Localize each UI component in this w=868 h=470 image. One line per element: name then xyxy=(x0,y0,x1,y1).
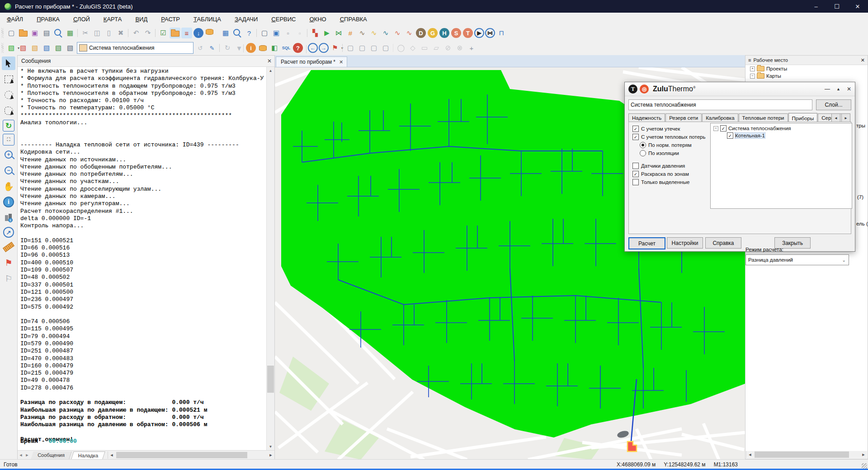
draw-rect[interactable]: ▭ xyxy=(419,42,430,53)
thematic-blocks[interactable]: ▚ xyxy=(310,28,321,38)
select-circle-tool[interactable] xyxy=(2,88,15,102)
dialog-button[interactable]: Расчет xyxy=(628,237,665,249)
messages-bottom-tab[interactable]: Сообщения xyxy=(31,451,71,459)
pan-hand-icon[interactable]: ✋ xyxy=(2,179,15,193)
tabs-left-icon[interactable]: ◄ xyxy=(18,453,24,457)
bookmarks[interactable]: ⚑ xyxy=(330,42,340,53)
tree-expander-icon[interactable]: + xyxy=(750,66,755,71)
console-vertical-scrollbar[interactable]: ▲ ▼ xyxy=(266,67,274,450)
calc-mode-dropdown[interactable]: Разница давлений ⌄ xyxy=(745,254,849,265)
workspace-tree-item[interactable]: + Проекты xyxy=(745,65,868,72)
report-template-4[interactable]: ▢ xyxy=(380,42,391,53)
map-remove-layer[interactable]: ▧ xyxy=(18,42,28,53)
menu-item[interactable]: КАРТА xyxy=(97,14,129,25)
tree-checkbox-icon[interactable] xyxy=(727,132,733,139)
menu-item[interactable]: ЗАДАЧИ xyxy=(228,14,264,25)
dialog-tab[interactable]: Надежность xyxy=(628,113,665,122)
source-tree-row[interactable]: − Система теплоснабжения xyxy=(711,125,852,132)
piezo-graph-t[interactable]: ∿ xyxy=(392,28,403,38)
map-close[interactable]: ▧ xyxy=(65,42,75,53)
flag-clear-icon[interactable]: ⚐ xyxy=(2,272,15,285)
workspace-tree-item[interactable]: − Карты xyxy=(745,72,868,80)
draw-parallelogram[interactable]: ▱ xyxy=(431,42,442,53)
map-properties[interactable]: ▧ xyxy=(29,42,40,53)
mode-d[interactable]: D xyxy=(416,28,426,38)
messages-close-icon[interactable]: ✕ xyxy=(267,58,272,64)
checkbox-icon[interactable] xyxy=(632,163,639,169)
report-template-1[interactable]: ▢ xyxy=(345,42,356,53)
mode-s[interactable]: S xyxy=(451,28,461,38)
network-name-field[interactable]: Система теплоснабжения xyxy=(628,99,812,110)
open-folder[interactable] xyxy=(18,28,28,38)
add-map[interactable]: ↓ xyxy=(193,28,203,38)
tree-expander-icon[interactable]: − xyxy=(750,74,755,79)
print-composer[interactable]: ▣ xyxy=(271,28,282,38)
zoom-extents-icon[interactable]: ⛶ xyxy=(3,134,14,146)
combo-edit-style[interactable]: ✎ xyxy=(207,42,217,53)
window-minimize-button[interactable]: – xyxy=(806,0,826,13)
scroll-thumb[interactable] xyxy=(267,366,274,393)
tree-expander-icon[interactable]: − xyxy=(713,126,718,131)
dialog-titlebar[interactable]: T ◎ ZuluThermo® — ▲ ✕ xyxy=(625,82,855,96)
measure-ruler-icon[interactable] xyxy=(2,240,15,254)
valve-tool[interactable]: ⋈ xyxy=(333,28,344,38)
tree-expander-icon[interactable] xyxy=(724,133,725,138)
draw-circle-cut[interactable]: ⊘ xyxy=(443,42,453,53)
calculation-console[interactable]: * Не включать в расчет тупики без нагруз… xyxy=(18,67,274,450)
nav-forward[interactable]: → xyxy=(319,43,329,53)
combo-undo[interactable]: ↺ xyxy=(195,42,206,53)
print-preview[interactable] xyxy=(53,28,64,38)
refresh-map-icon[interactable]: ↻ xyxy=(3,120,14,132)
scroll-thumb[interactable] xyxy=(116,452,247,458)
dialog-button[interactable]: Справка xyxy=(705,237,741,249)
database[interactable] xyxy=(257,42,268,53)
messages-bottom-tab[interactable]: Наладка xyxy=(71,451,105,459)
scroll-up-icon[interactable]: ▲ xyxy=(267,67,274,74)
workspace-horizontal-scrollbar[interactable]: ◄ ► xyxy=(746,451,867,458)
cut[interactable]: ✂ xyxy=(80,28,91,38)
refresh-query[interactable]: ↻ xyxy=(222,42,233,53)
menu-item[interactable]: СПРАВКА xyxy=(333,14,374,25)
mode-h[interactable]: H xyxy=(439,28,449,38)
goto-icon[interactable]: ↗ xyxy=(3,227,14,238)
sources-tree[interactable]: − Система теплоснабжения Котельная-1 xyxy=(710,123,852,209)
workspace-close-icon[interactable]: ✕ xyxy=(861,57,865,63)
select-rect-tool[interactable] xyxy=(2,72,15,86)
query-builder[interactable]: ? xyxy=(293,43,303,53)
print-map[interactable]: ▢ xyxy=(259,28,270,38)
legend-panel[interactable]: ≡ xyxy=(181,28,192,38)
tab-scroll-left-icon[interactable]: ◄ xyxy=(831,113,840,122)
map-document-tab[interactable]: Расчет по приборам * ✕ xyxy=(276,56,347,67)
zoom-out-icon[interactable]: − xyxy=(2,164,15,177)
window-close-button[interactable]: ✕ xyxy=(847,0,868,13)
redo[interactable]: ↷ xyxy=(142,28,153,38)
layer-select-button[interactable]: Слой... xyxy=(816,99,851,110)
select-lasso-tool[interactable] xyxy=(2,104,15,118)
map-check[interactable]: ▧ xyxy=(53,42,64,53)
db-edit[interactable] xyxy=(208,28,219,38)
workspace-header[interactable]: ≡ Рабочее место ✕ xyxy=(745,56,868,65)
resize-grip[interactable] xyxy=(862,463,867,469)
active-layer-combo[interactable]: Система теплоснабжения xyxy=(77,42,193,54)
object-card[interactable]: i xyxy=(246,43,256,53)
tab-scroll-right-icon[interactable]: ► xyxy=(841,113,850,122)
draw-circle-x[interactable]: ⊗ xyxy=(454,42,465,53)
menu-item[interactable]: ОКНО xyxy=(302,14,333,25)
dialog-button[interactable]: Закрыть xyxy=(774,237,811,249)
dialog-close-icon[interactable]: ✕ xyxy=(847,86,851,92)
scroll-right-icon[interactable]: ► xyxy=(267,451,274,459)
toolbar-grip[interactable] xyxy=(1,43,4,53)
menu-item[interactable]: ПРАВКА xyxy=(30,14,66,25)
scroll-down-icon[interactable]: ▼ xyxy=(267,443,274,450)
checkbox-icon[interactable] xyxy=(632,179,639,185)
new-document[interactable]: ▢ xyxy=(6,28,17,38)
source-tree-row[interactable]: Котельная-1 xyxy=(711,132,852,139)
mode-t[interactable]: T xyxy=(463,28,473,38)
start-calculation[interactable]: ▶ xyxy=(474,28,484,38)
panel-menu-icon[interactable]: ≡ xyxy=(748,57,751,63)
piezo-graph-h[interactable]: ∿ xyxy=(380,28,391,38)
menu-item[interactable]: ФАЙЛ xyxy=(0,14,30,25)
checkbox-icon[interactable] xyxy=(632,171,639,177)
help[interactable]: ? xyxy=(244,28,255,38)
step-graph[interactable]: ⊓ xyxy=(496,28,507,38)
